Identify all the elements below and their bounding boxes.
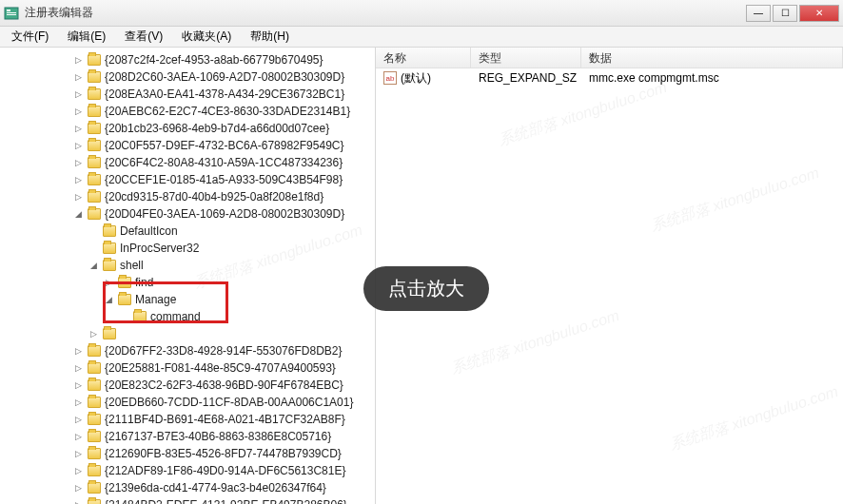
tree-label: {20CCEF1E-0185-41a5-A933-509C43B54F98}	[105, 173, 343, 186]
value-name: (默认)	[401, 71, 431, 85]
window-title: 注册表编辑器	[25, 5, 746, 21]
expander-icon[interactable]: ▷	[72, 72, 84, 82]
tree-item[interactable]: ▷{208EA3A0-EA41-4378-A434-29CE36732BC1}	[0, 86, 375, 103]
tree-item[interactable]: ▷{212ADF89-1F86-49D0-914A-DF6C5613C81E}	[0, 462, 375, 479]
expander-icon[interactable]: ▷	[72, 380, 84, 390]
expander-icon[interactable]: ◢	[88, 261, 99, 270]
expander-icon[interactable]: ▷	[72, 466, 84, 475]
tree-item[interactable]: ▷{20CCEF1E-0185-41a5-A933-509C43B54F98}	[0, 171, 375, 188]
expander-icon[interactable]: ▷	[72, 449, 84, 458]
folder-icon	[88, 414, 101, 425]
expander-icon[interactable]: ▷	[72, 432, 84, 441]
expander-icon[interactable]: ▷	[72, 483, 84, 493]
tree-item[interactable]: ▷{2111BF4D-B691-4E68-A021-4B17CF32AB8F}	[0, 411, 375, 428]
tree-label: {21484BD2-EDEE-4131-92BE-EB497B286B06}	[105, 498, 347, 504]
folder-icon	[88, 397, 101, 408]
tree-item[interactable]: ▷{21484BD2-EDEE-4131-92BE-EB497B286B06}	[0, 496, 375, 504]
tree-item-manage[interactable]: ◢Manage	[0, 291, 375, 308]
col-header-data[interactable]: 数据	[581, 48, 843, 68]
folder-icon	[88, 499, 101, 504]
menu-help[interactable]: 帮助(H)	[243, 27, 297, 47]
tree-label: command	[150, 310, 201, 323]
maximize-button[interactable]: ☐	[773, 5, 797, 22]
tree-item[interactable]: ▷{208D2C60-3AEA-1069-A2D7-08002B30309D}	[0, 68, 375, 86]
expander-icon[interactable]: ▷	[72, 415, 84, 424]
tree-label: {20b1cb23-6968-4eb9-b7d4-a66d00d07cee}	[105, 122, 329, 135]
menu-edit[interactable]: 编辑(E)	[60, 27, 113, 47]
expander-icon[interactable]: ▷	[72, 141, 84, 150]
tree-item[interactable]: ▷	[0, 325, 375, 342]
tree-item[interactable]: ▷{20C0F557-D9EF-4732-BC6A-678982F9549C}	[0, 137, 375, 154]
zoom-tooltip[interactable]: 点击放大	[363, 266, 489, 311]
expander-icon[interactable]: ◢	[72, 209, 84, 219]
tree-item-command[interactable]: command	[0, 308, 375, 325]
expander-icon[interactable]: ◢	[103, 295, 114, 304]
folder-icon	[103, 242, 116, 254]
expander-icon[interactable]: ▷	[72, 500, 84, 504]
tree-label: {20C0F557-D9EF-4732-BC6A-678982F9549C}	[105, 139, 344, 152]
tree-label: {2167137-B7E3-40B6-8863-8386E8C05716}	[105, 430, 331, 443]
tree-item[interactable]: ▷{2139e6da-cd41-4774-9ac3-b4e026347f64}	[0, 479, 375, 496]
folder-icon	[88, 157, 101, 168]
expander-icon[interactable]: ▷	[72, 192, 84, 202]
tree-item[interactable]: ▷{20E823C2-62F3-4638-96BD-90F4F6784EBC}	[0, 377, 375, 394]
expander-icon[interactable]: ▷	[72, 397, 84, 407]
tree-item[interactable]: InProcServer32	[0, 240, 375, 257]
tree-item[interactable]: ▷{2087c2f4-2cef-4953-a8ab-66779b670495}	[0, 51, 375, 68]
folder-icon	[88, 54, 101, 66]
expander-icon[interactable]: ▷	[72, 124, 84, 133]
folder-icon	[103, 260, 116, 271]
window-controls: — ☐ ✕	[746, 5, 839, 22]
col-header-type[interactable]: 类型	[471, 48, 581, 68]
folder-icon	[103, 225, 116, 237]
tree-item[interactable]: ▷{20EDB660-7CDD-11CF-8DAB-00AA006C1A01}	[0, 394, 375, 411]
tree-item[interactable]: ▷{20cd9315-87d0-40b4-b925-0a8f208e1f8d}	[0, 188, 375, 205]
folder-icon	[88, 106, 101, 117]
list-row[interactable]: ab(默认) REG_EXPAND_SZ mmc.exe compmgmt.ms…	[376, 68, 843, 87]
tree-item[interactable]: ▷find	[0, 274, 375, 291]
tree-label: {208D2C60-3AEA-1069-A2D7-08002B30309D}	[105, 70, 344, 84]
tree-label: {20D67FF2-33D8-4928-914F-553076FD8DB2}	[105, 344, 343, 358]
tree-label: {2087c2f4-2cef-4953-a8ab-66779b670495}	[105, 53, 323, 67]
tree-item[interactable]: ▷{20AEBC62-E2C7-4CE3-8630-33DADE2314B1}	[0, 103, 375, 120]
expander-icon[interactable]: ▷	[72, 363, 84, 373]
expander-icon[interactable]: ▷	[72, 107, 84, 116]
tree-item[interactable]: ▷{20b1cb23-6968-4eb9-b7d4-a66d00d07cee}	[0, 120, 375, 137]
expander-icon[interactable]: ▷	[103, 278, 114, 287]
close-button[interactable]: ✕	[799, 5, 839, 22]
expander-icon[interactable]: ▷	[72, 89, 84, 99]
tree-item-expanded[interactable]: ◢{20D04FE0-3AEA-1069-A2D8-08002B30309D}	[0, 205, 375, 223]
expander-icon[interactable]: ▷	[72, 175, 84, 184]
expander-icon[interactable]: ▷	[72, 346, 84, 356]
svg-rect-2	[7, 12, 16, 13]
tree-item[interactable]: ▷{212690FB-83E5-4526-8FD7-74478B7939CD}	[0, 445, 375, 462]
expander-icon[interactable]: ▷	[88, 329, 99, 339]
list-header: 名称 类型 数据	[376, 48, 843, 68]
tree-pane[interactable]: ▷{2087c2f4-2cef-4953-a8ab-66779b670495}▷…	[0, 48, 376, 504]
tree-label: {20cd9315-87d0-40b4-b925-0a8f208e1f8d}	[105, 190, 323, 204]
col-header-name[interactable]: 名称	[376, 48, 471, 68]
tree-item[interactable]: ▷{2167137-B7E3-40B6-8863-8386E8C05716}	[0, 428, 375, 445]
minimize-button[interactable]: —	[746, 5, 771, 22]
menu-favorites[interactable]: 收藏夹(A)	[174, 27, 239, 47]
tree-label: {20E25881-F081-448e-85C9-4707A9400593}	[105, 361, 336, 375]
expander-icon[interactable]: ▷	[72, 55, 84, 65]
menu-file[interactable]: 文件(F)	[4, 27, 56, 47]
tree-label: {2139e6da-cd41-4774-9ac3-b4e026347f64}	[105, 481, 326, 494]
tree-label: DefaultIcon	[120, 224, 178, 238]
tree-item[interactable]: ▷{20D67FF2-33D8-4928-914F-553076FD8DB2}	[0, 342, 375, 359]
folder-icon	[88, 482, 101, 494]
tree-item[interactable]: ▷{20C6F4C2-80A8-4310-A59A-1CC487334236}	[0, 154, 375, 171]
folder-icon	[88, 71, 101, 83]
folder-icon	[88, 431, 101, 442]
tree-label: {212ADF89-1F86-49D0-914A-DF6C5613C81E}	[105, 464, 345, 477]
tree-item[interactable]: ▷{20E25881-F081-448e-85C9-4707A9400593}	[0, 359, 375, 377]
tree-label: {212690FB-83E5-4526-8FD7-74478B7939CD}	[105, 447, 342, 460]
menu-view[interactable]: 查看(V)	[117, 27, 170, 47]
folder-icon	[88, 465, 101, 476]
tree-item-shell[interactable]: ◢shell	[0, 257, 375, 274]
tree-item[interactable]: DefaultIcon	[0, 223, 375, 240]
svg-rect-3	[7, 14, 16, 15]
tree-label: {208EA3A0-EA41-4378-A434-29CE36732BC1}	[105, 87, 344, 101]
expander-icon[interactable]: ▷	[72, 158, 84, 167]
